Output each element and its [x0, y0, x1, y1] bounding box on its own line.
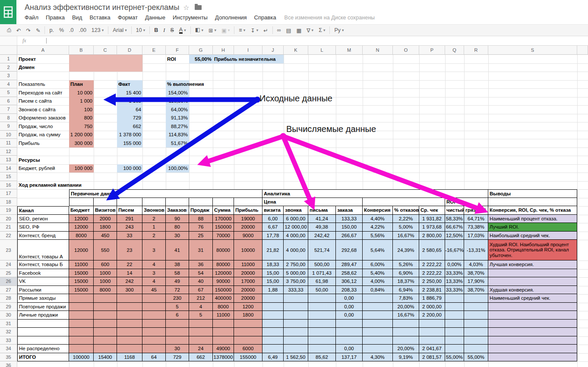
cell-H29[interactable]: 8000 [213, 303, 234, 311]
cell-P29[interactable]: 2 000,00 [419, 303, 445, 311]
borders-icon[interactable]: ⊞▾ [206, 25, 219, 35]
row-header-34[interactable]: 34 [0, 345, 17, 353]
cell-C22[interactable]: 450 [94, 232, 117, 240]
cell-I20[interactable]: 19000 [234, 215, 262, 223]
cell-L29[interactable] [308, 303, 336, 311]
cell-L24[interactable]: 500,00 [308, 260, 336, 269]
col-header-C[interactable]: C [94, 46, 117, 55]
cell-P34[interactable]: 2 041,67 [419, 345, 445, 353]
cell-H19[interactable]: Сумма [213, 206, 234, 215]
cell-Q32[interactable] [445, 328, 464, 336]
row-header-15[interactable]: 15 [0, 173, 17, 181]
row-header-22[interactable]: 22 [0, 232, 17, 240]
cell-J17[interactable]: Аналитика [262, 189, 488, 198]
cell-C26[interactable]: 1000 [94, 277, 117, 286]
row-header-12[interactable]: 12 [0, 147, 17, 156]
cell-F8[interactable]: 91,13% [166, 114, 189, 122]
cell-E35[interactable]: 64 [142, 353, 166, 362]
cell-B20[interactable]: 12000 [69, 215, 94, 223]
cell-D27[interactable]: 300 [117, 286, 142, 295]
increase-decimals-button[interactable]: .00 [76, 25, 89, 35]
functions-icon[interactable]: Σ▾ [316, 25, 328, 35]
row-header-25[interactable]: 25 [0, 269, 17, 278]
cell-I22[interactable]: 9000 [234, 232, 262, 240]
cell-K33[interactable] [284, 336, 308, 345]
col-header-H[interactable]: H [213, 46, 234, 55]
col-header-A[interactable]: A [17, 46, 69, 55]
cell-P25[interactable]: 2 222,22 [419, 269, 445, 278]
menu-item-tools[interactable]: Инструменты [173, 14, 208, 21]
cell-G19[interactable]: Продаж [189, 206, 213, 215]
cell-L31[interactable] [308, 320, 336, 328]
cell-M29[interactable]: 0,00 [336, 303, 363, 311]
cell-J32[interactable] [262, 328, 284, 336]
cell-A16[interactable]: Ход рекламной кампании [17, 181, 69, 190]
col-header-extra[interactable] [577, 46, 588, 55]
row-header-28[interactable]: 28 [0, 294, 17, 303]
cell-N25[interactable]: 5,40% [363, 269, 393, 278]
cell-A8[interactable]: Оформлено заказов [17, 114, 69, 122]
cell-P28[interactable]: 1 886,79 [419, 294, 445, 303]
cell-K29[interactable] [284, 303, 308, 311]
cell-L20[interactable]: 41,24 [308, 215, 336, 223]
row-header-16[interactable]: 16 [0, 181, 17, 190]
cell-A7[interactable]: Звонков с сайта [17, 105, 69, 114]
row-header-24[interactable]: 24 [0, 260, 17, 269]
cell-M33[interactable] [336, 336, 363, 345]
cell-R32[interactable] [464, 328, 488, 336]
cell-K35[interactable]: 1 562,50 [284, 353, 308, 362]
cell-Q23[interactable]: -16,67% [445, 240, 464, 260]
col-header-I[interactable]: I [234, 46, 262, 55]
cell-R33[interactable] [464, 336, 488, 345]
cell-O27[interactable]: 6,94% [393, 286, 419, 295]
undo-icon[interactable]: ↶ [14, 25, 23, 35]
cell-S33[interactable] [488, 336, 577, 345]
cell-L19[interactable]: письма [308, 206, 336, 215]
cell-K22[interactable]: 4 000,00 [284, 232, 308, 240]
cell-N30[interactable] [363, 311, 393, 320]
cell-H22[interactable]: 70000 [213, 232, 234, 240]
cell-L35[interactable]: 85,62 [308, 353, 336, 362]
font-select[interactable]: Arial▾ [110, 25, 130, 35]
cell-I31[interactable] [234, 320, 262, 328]
cell-A21[interactable]: SEO, РФ [17, 223, 69, 232]
cell-G28[interactable]: 212 [189, 294, 213, 303]
cell-G1[interactable]: 55,00% [189, 55, 213, 63]
cell-B26[interactable]: 15000 [69, 277, 94, 286]
cell-N20[interactable]: 4,40% [363, 215, 393, 223]
cell-K27[interactable]: 333,33 [284, 286, 308, 295]
cell-B35[interactable]: 100000 [69, 353, 94, 362]
cell-D32[interactable] [117, 328, 142, 336]
col-header-F[interactable]: F [166, 46, 189, 55]
cell-F35[interactable]: 729 [166, 353, 189, 362]
filter-icon[interactable]: ∇▾ [304, 25, 316, 35]
cell-E27[interactable]: 45 [142, 286, 166, 295]
cell-R21[interactable]: 73,38% [464, 223, 488, 232]
row-header-1[interactable]: 1 [0, 55, 17, 63]
cell-Q19[interactable]: чистый [445, 206, 464, 215]
print-icon[interactable]: ⎙ [4, 25, 14, 35]
cell-D22[interactable]: 33 [117, 232, 142, 240]
cell-C19[interactable]: Визитов [94, 206, 117, 215]
cell-D9[interactable]: 662 [117, 122, 142, 131]
cell-O22[interactable]: 16,67% [393, 232, 419, 240]
cell-D28[interactable] [117, 294, 142, 303]
col-header-B[interactable]: B [69, 46, 94, 55]
cell-J33[interactable] [262, 336, 284, 345]
star-icon[interactable]: ☆ [183, 3, 189, 12]
cell-D34[interactable] [117, 345, 142, 353]
cell-F22[interactable]: 30 [166, 232, 189, 240]
row-header-36[interactable]: 36 [0, 361, 17, 367]
bold-button[interactable]: B [152, 25, 161, 35]
italic-button[interactable]: I [161, 25, 168, 35]
cell-I34[interactable]: 6000 [234, 345, 262, 353]
cell-C28[interactable] [94, 294, 117, 303]
cell-M22[interactable]: 266,67 [336, 232, 363, 240]
cell-S35[interactable] [488, 353, 577, 362]
cell-B4[interactable]: План [69, 80, 94, 89]
cell-S20[interactable]: Наименьший процент отказа. [488, 215, 577, 223]
cell-G27[interactable]: 67 [189, 286, 213, 295]
cell-I32[interactable] [234, 328, 262, 336]
cell-K31[interactable] [284, 320, 308, 328]
cell-G32[interactable] [189, 328, 213, 336]
